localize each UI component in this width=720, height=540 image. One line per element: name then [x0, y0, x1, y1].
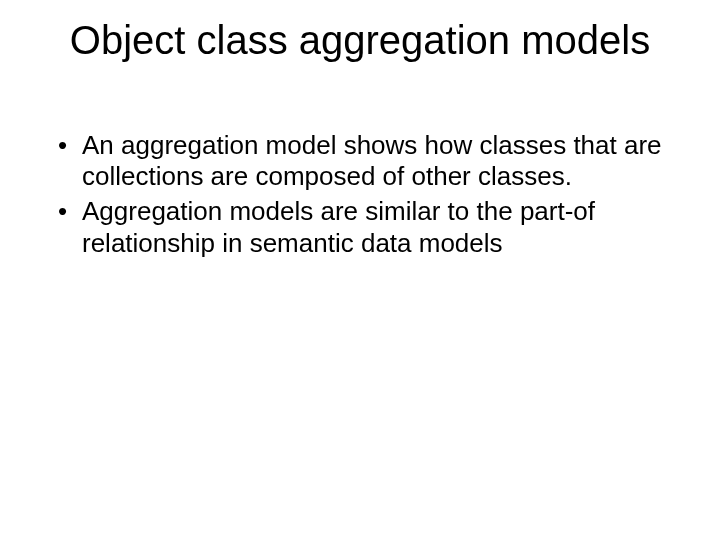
slide-title: Object class aggregation models — [0, 18, 720, 63]
slide: Object class aggregation models An aggre… — [0, 0, 720, 540]
list-item: An aggregation model shows how classes t… — [54, 130, 666, 192]
slide-body: An aggregation model shows how classes t… — [54, 130, 666, 263]
bullet-list: An aggregation model shows how classes t… — [54, 130, 666, 259]
list-item: Aggregation models are similar to the pa… — [54, 196, 666, 258]
